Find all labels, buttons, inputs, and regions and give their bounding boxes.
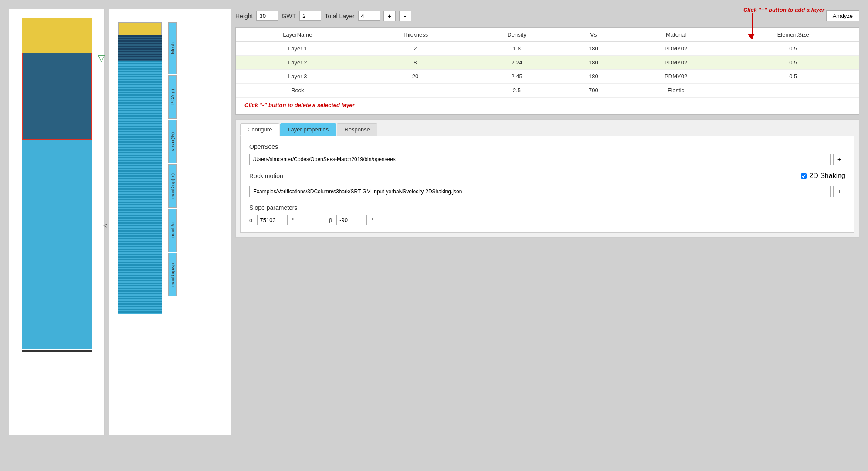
soil-layer-yellow [22,18,92,53]
alpha-degree: ° [292,217,294,223]
table-cell-material: PDMY02 [624,42,727,56]
table-cell-density: 2.5 [471,84,562,98]
side-label-vmax: vmax(%) [168,120,177,163]
table-cell-elementSize: 0.5 [727,42,859,56]
col-header-material: Material [624,28,727,42]
tab-layer-properties[interactable]: Layer properties [280,123,336,136]
col-header-vs: Vs [563,28,624,42]
opensees-path-row: + [249,154,845,165]
mesh-teal-layer [118,35,162,61]
side-label-mesh: Mesh [168,22,177,74]
add-layer-button[interactable]: + [383,11,396,21]
alpha-input[interactable] [257,215,288,225]
col-header-layername: LayerName [236,28,359,42]
mesh-blue-layer [118,61,162,314]
height-label: Height [235,13,253,20]
delete-layer-button[interactable]: - [399,11,411,21]
bottom-bar [22,350,92,352]
rock-motion-path-row: + [249,186,845,197]
annotation-delete: Click "-" button to delete a selected la… [236,98,859,114]
slope-params-label: Slope parameters [249,204,845,211]
table-row[interactable]: Layer 3202.45180PDMY020.5 [236,70,859,84]
tab-configure[interactable]: Configure [240,123,279,136]
table-cell-material: Elastic [624,84,727,98]
rock-motion-label: Rock motion [249,172,283,179]
shaking-checkbox-row: 2D Shaking [801,172,845,180]
side-label-maxdisp: maxDisp(m) [168,164,177,208]
table-cell-density: 1.8 [471,42,562,56]
table-cell-density: 2.45 [471,70,562,84]
table-cell-elementSize: - [727,84,859,98]
opensees-browse-button[interactable]: + [833,154,845,165]
side-label-pga: PGA(g) [168,75,177,119]
tab-response[interactable]: Response [337,123,377,136]
layer-table: LayerName Thickness Density Vs Material … [236,28,859,98]
slope-row: α ° β ° [249,215,845,225]
left-soil-panel: ▽ [9,9,105,435]
mesh-yellow-layer [118,22,162,35]
height-input[interactable] [256,11,278,21]
table-cell-thickness: 8 [359,56,471,70]
beta-input[interactable] [336,215,367,225]
arrow-indicator: ▽ [98,53,105,63]
layer-table-container: LayerName Thickness Density Vs Material … [235,27,859,115]
table-cell-vs: 180 [563,56,624,70]
soil-column: ▽ [22,18,92,352]
gwt-input[interactable] [299,11,321,21]
shaking-checkbox[interactable] [801,173,807,179]
table-cell-thickness: - [359,84,471,98]
total-layer-label: Total Layer [325,13,354,20]
table-cell-thickness: 20 [359,70,471,84]
table-cell-material: PDMY02 [624,56,727,70]
side-label-maxrupwp: maxRupwp [168,253,177,296]
opensees-path-input[interactable] [249,154,831,165]
table-cell-material: PDMY02 [624,70,727,84]
right-panel: Height GWT Total Layer + - Analyze Layer… [235,9,859,238]
mesh-column [114,22,166,314]
soil-layer-blue [22,140,92,349]
shaking-label: 2D Shaking [809,172,845,180]
side-label-maxru: maxRu [168,209,177,252]
table-cell-vs: 700 [563,84,624,98]
tab-bar: Configure Layer properties Response [236,120,859,136]
alpha-label: α [249,217,253,223]
gwt-label: GWT [281,13,296,20]
table-cell-name: Layer 2 [236,56,359,70]
table-cell-thickness: 2 [359,42,471,56]
total-layer-input[interactable] [358,11,380,21]
analyze-button[interactable]: Analyze [826,10,859,21]
table-row[interactable]: Layer 282.24180PDMY020.5 [236,56,859,70]
table-cell-density: 2.24 [471,56,562,70]
table-cell-elementSize: 0.5 [727,56,859,70]
table-row[interactable]: Rock-2.5700Elastic- [236,84,859,98]
rock-motion-browse-button[interactable]: + [833,186,845,197]
beta-degree: ° [371,217,373,223]
col-header-elementsize: ElementSize [727,28,859,42]
table-cell-name: Rock [236,84,359,98]
beta-label: β [329,217,332,223]
table-cell-vs: 180 [563,70,624,84]
rock-motion-path-input[interactable] [249,186,831,197]
side-labels: Mesh PGA(g) vmax(%) maxDisp(m) maxRu max… [168,22,177,297]
opensees-label: OpenSees [249,143,845,150]
col-header-density: Density [471,28,562,42]
collapse-arrow[interactable]: < [103,222,107,230]
col-header-thickness: Thickness [359,28,471,42]
table-cell-name: Layer 3 [236,70,359,84]
table-cell-vs: 180 [563,42,624,56]
bottom-section: Configure Layer properties Response Open… [235,119,859,238]
toolbar: Height GWT Total Layer + - Analyze [235,9,859,23]
table-header-row: LayerName Thickness Density Vs Material … [236,28,859,42]
right-wrapper: Click "+" button to add a layer Height G… [235,9,859,238]
table-cell-elementSize: 0.5 [727,70,859,84]
tab-content-configure: OpenSees + Rock motion 2D Shaking + S [240,136,854,233]
middle-mesh-panel: < Mesh PGA(g) vmax(%) maxDisp(m) maxRu m… [109,9,231,435]
table-cell-name: Layer 1 [236,42,359,56]
table-row[interactable]: Layer 121.8180PDMY020.5 [236,42,859,56]
soil-layer-teal: ▽ [22,53,92,140]
